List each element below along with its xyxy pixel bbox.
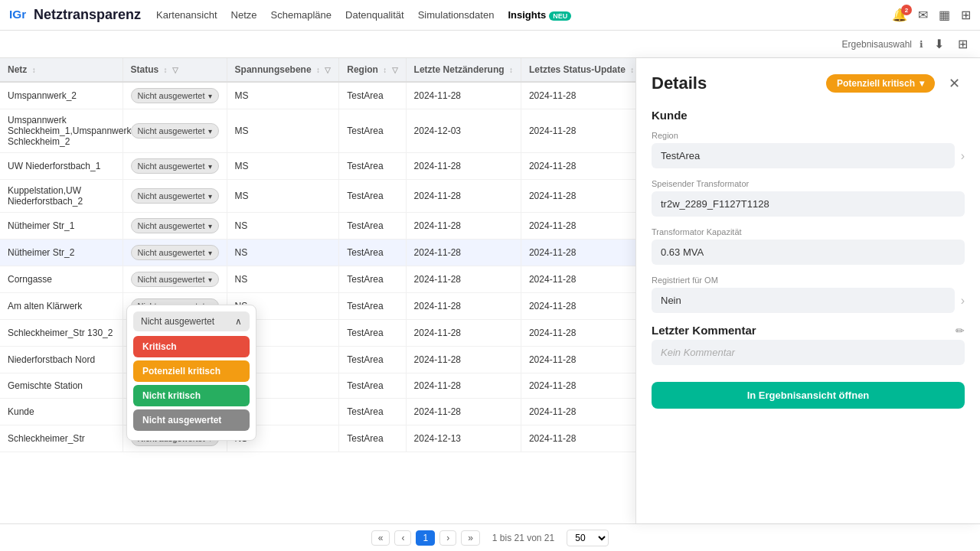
cell-region: TestArea — [339, 399, 406, 425]
kommentar-title: Letzter Kommentar — [652, 324, 756, 337]
table-row: UW Niederforstbach_1Nicht ausgewertet ▾M… — [0, 153, 635, 180]
edit-icon[interactable]: ✏ — [956, 324, 965, 337]
cell-region: TestArea — [339, 293, 406, 320]
cell-region: TestArea — [339, 153, 406, 180]
region-value: TestArea — [652, 143, 955, 168]
ergebnis-button[interactable]: In Ergebnisansicht öffnen — [652, 382, 965, 409]
cell-netz: Kuppelstation,UW Niederforstbach_2 — [0, 180, 122, 213]
nav-insights[interactable]: InsightsNEU — [508, 9, 571, 21]
cell-status-update: 2024-11-28 — [521, 153, 635, 180]
table-row: Schleckheimer_StrNicht ausgewertet ▾NSTe… — [0, 425, 635, 452]
dropdown-header[interactable]: Nicht ausgewertet ∧ — [133, 311, 250, 331]
page-size-select[interactable]: 10 25 50 100 — [567, 530, 609, 546]
table-wrapper[interactable]: Netz ↕ Status ↕ ▽ Spannungsebene ↕ ▽ Reg… — [0, 58, 635, 523]
cell-status-update: 2024-11-28 — [521, 213, 635, 240]
nav-simulationsdaten[interactable]: Simulationsdaten — [418, 9, 495, 21]
status-badge[interactable]: Nicht ausgewertet ▾ — [131, 218, 219, 233]
topnav: IGr Netztransparenz Kartenansicht Netze … — [0, 0, 980, 31]
table-button[interactable]: ▦ — [939, 8, 950, 22]
col-region[interactable]: Region ↕ ▽ — [339, 58, 406, 82]
insights-badge: NEU — [549, 11, 571, 21]
cell-netz: Corngasse — [0, 266, 122, 293]
details-title: Details — [652, 73, 826, 93]
cell-status[interactable]: Nicht ausgewertet ▾ — [122, 266, 227, 293]
col-status[interactable]: Status ↕ ▽ — [122, 58, 227, 82]
cell-status[interactable]: Nicht ausgewertet ▾ — [122, 213, 227, 240]
cell-netz: Umspannwerk Schleckheim_1,Umspannwerk Sc… — [0, 109, 122, 153]
status-badge[interactable]: Nicht ausgewertet ▾ — [131, 245, 219, 260]
app-logo: IGr Netztransparenz — [9, 7, 141, 23]
page-1-button[interactable]: 1 — [416, 530, 435, 546]
cell-netz: UW Niederforstbach_1 — [0, 153, 122, 180]
cell-letzte-netzaenderung: 2024-11-28 — [406, 320, 521, 347]
col-spannungsebene[interactable]: Spannungsebene ↕ ▽ — [227, 58, 339, 82]
kapazitaet-field: Transformator Kapazität 0.63 MVA — [652, 227, 965, 265]
dropdown-item-kritisch[interactable]: Kritisch — [133, 336, 250, 357]
table-row: Am alten KlärwerkNicht ausgewertet ▾NSTe… — [0, 293, 635, 320]
dropdown-item-nicht-kritisch[interactable]: Nicht kritisch — [133, 385, 250, 406]
first-page-button[interactable]: « — [371, 530, 390, 546]
cell-region: TestArea — [339, 82, 406, 109]
email-button[interactable]: ✉ — [918, 8, 928, 22]
cell-region: TestArea — [339, 425, 406, 452]
cell-letzte-netzaenderung: 2024-11-28 — [406, 373, 521, 399]
kapazitaet-value: 0.63 MVA — [652, 240, 965, 265]
next-page-button[interactable]: › — [439, 530, 456, 546]
cell-status[interactable]: Nicht ausgewertet ▾ — [122, 109, 227, 153]
cell-status[interactable]: Nicht ausgewertet ▾ — [122, 82, 227, 109]
kunde-section-title: Kunde — [652, 109, 965, 122]
data-table: Netz ↕ Status ↕ ▽ Spannungsebene ↕ ▽ Reg… — [0, 58, 635, 452]
status-badge[interactable]: Nicht ausgewertet ▾ — [131, 88, 219, 103]
transformator-value: tr2w_2289_F1127T1128 — [652, 191, 965, 217]
download-icon[interactable]: ⬇ — [931, 35, 947, 53]
region-row: TestArea › — [652, 143, 965, 168]
nav-datenqualitaet[interactable]: Datenqualität — [345, 9, 404, 21]
nav-schemaplaene[interactable]: Schemapläne — [271, 9, 332, 21]
status-badge[interactable]: Nicht ausgewertet ▾ — [131, 123, 219, 139]
cell-spannungsebene: MS — [227, 153, 339, 180]
table-row: Schleckheimer_Str 130_2Nicht ausgewertet… — [0, 320, 635, 347]
grid-button[interactable]: ⊞ — [961, 8, 971, 22]
cell-region: TestArea — [339, 320, 406, 347]
status-badge[interactable]: Nicht ausgewertet ▾ — [131, 188, 219, 204]
region-nav-arrow[interactable]: › — [961, 149, 965, 163]
col-letztes-status-update[interactable]: Letztes Status-Update ↕ — [521, 58, 635, 82]
nav-netze[interactable]: Netze — [231, 9, 257, 21]
cell-letzte-netzaenderung: 2024-11-28 — [406, 213, 521, 240]
export-icon[interactable]: ⊞ — [955, 35, 971, 53]
notif-count: 2 — [901, 5, 912, 15]
nav-kartenansicht[interactable]: Kartenansicht — [156, 9, 217, 21]
details-close-button[interactable]: ✕ — [944, 73, 965, 93]
toolbar: Ergebnisauswahl ℹ ⬇ ⊞ — [0, 31, 980, 58]
status-badge[interactable]: Nicht ausgewertet ▾ — [131, 272, 219, 287]
cell-region: TestArea — [339, 266, 406, 293]
cell-status[interactable]: Nicht ausgewertet ▾ — [122, 153, 227, 180]
svg-text:IGr: IGr — [9, 8, 26, 21]
table-row: Umspannwerk Schleckheim_1,Umspannwerk Sc… — [0, 109, 635, 153]
kommentar-value: Kein Kommentar — [652, 340, 965, 365]
dropdown-item-potenziell[interactable]: Potenziell kritisch — [133, 360, 250, 382]
prev-page-button[interactable]: ‹ — [394, 530, 411, 546]
cell-letzte-netzaenderung: 2024-11-28 — [406, 240, 521, 266]
cell-netz: Schleckheimer_Str 130_2 — [0, 320, 122, 347]
registriert-nav-arrow[interactable]: › — [961, 294, 965, 308]
cell-netz: Schleckheimer_Str — [0, 425, 122, 452]
col-letzte-netzaenderung[interactable]: Letzte Netzänderung ↕ — [406, 58, 521, 82]
status-badge[interactable]: Nicht ausgewertet ▾ — [131, 158, 219, 174]
region-label: Region — [652, 131, 965, 140]
cell-letzte-netzaenderung: 2024-12-03 — [406, 109, 521, 153]
col-netz[interactable]: Netz ↕ — [0, 58, 122, 82]
cell-netz: Gemischte Station — [0, 373, 122, 399]
details-status-button[interactable]: Potenziell kritisch ▾ — [826, 74, 935, 93]
cell-status[interactable]: Nicht ausgewertet ▾ — [122, 240, 227, 266]
notifications-button[interactable]: 🔔2 — [892, 8, 907, 22]
details-panel: Details Potenziell kritisch ▾ ✕ Kunde Re… — [635, 58, 980, 523]
table-row: Kuppelstation,UW Niederforstbach_2Nicht … — [0, 180, 635, 213]
cell-region: TestArea — [339, 240, 406, 266]
main-content: Netz ↕ Status ↕ ▽ Spannungsebene ↕ ▽ Reg… — [0, 58, 980, 523]
cell-status[interactable]: Nicht ausgewertet ▾ — [122, 180, 227, 213]
cell-status-update: 2024-11-28 — [521, 109, 635, 153]
dropdown-item-nicht-ausgewertet[interactable]: Nicht ausgewertet — [133, 409, 250, 431]
table-row: Nütheimer Str_1Nicht ausgewertet ▾NSTest… — [0, 213, 635, 240]
last-page-button[interactable]: » — [461, 530, 480, 546]
